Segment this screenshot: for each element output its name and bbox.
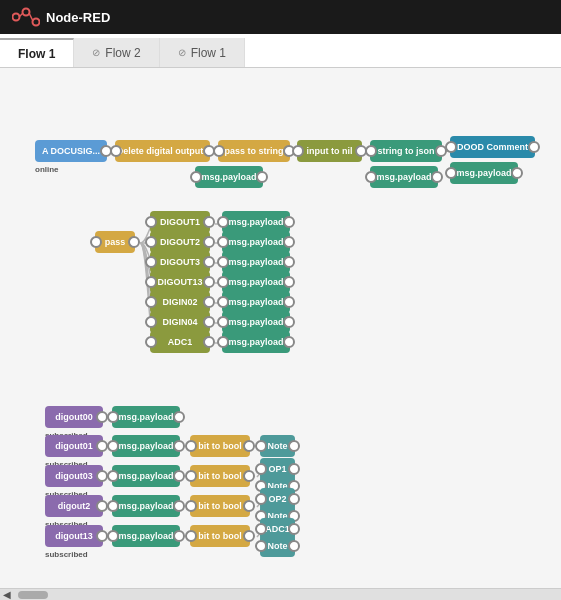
scroll-thumb[interactable] — [18, 591, 48, 599]
node-digout3[interactable]: DIGOUT3 — [150, 251, 210, 273]
svg-point-1 — [23, 9, 30, 16]
node-mp-s2[interactable]: msg.payload — [112, 435, 180, 457]
node-note-1[interactable]: Note — [260, 435, 295, 457]
node-digout03[interactable]: digout03 subscribed — [45, 465, 103, 487]
node-digout13b[interactable]: digout13 subscribed — [45, 525, 103, 547]
horizontal-scrollbar[interactable]: ◀ — [0, 588, 561, 600]
tabbar: Flow 1 ⊘ Flow 2 ⊘ Flow 1 — [0, 34, 561, 68]
node-mp-s1[interactable]: msg.payload — [112, 406, 180, 428]
logo-icon — [12, 7, 40, 27]
tab2-icon: ⊘ — [92, 47, 100, 58]
node-mp-d6[interactable]: msg.payload — [222, 311, 290, 333]
node-bit-to-bool-4[interactable]: bit to bool — [190, 525, 250, 547]
node-msg-payload-2[interactable]: msg.payload — [370, 166, 438, 188]
node-digout13[interactable]: DIGOUT13 — [150, 271, 210, 293]
node-digout00[interactable]: digout00 subscribed — [45, 406, 103, 428]
tab-flow1b[interactable]: ⊘ Flow 1 — [160, 38, 245, 67]
node-note-4[interactable]: Note — [260, 535, 295, 557]
node-delete-digital[interactable]: Delete digital outputs — [115, 140, 210, 162]
node-pass-to-string[interactable]: pass to string — [218, 140, 290, 162]
node-mp-d5[interactable]: msg.payload — [222, 291, 290, 313]
node-digout01[interactable]: digout01 subscribed — [45, 435, 103, 457]
tab2-label: Flow 2 — [105, 46, 140, 60]
node-msg-payload-1[interactable]: msg.payload — [195, 166, 263, 188]
tab-flow2[interactable]: ⊘ Flow 2 — [74, 38, 159, 67]
node-digout2[interactable]: DIGOUT2 — [150, 231, 210, 253]
node-input-to-nil[interactable]: input to nil — [297, 140, 362, 162]
node-msg-payload-3[interactable]: msg.payload — [450, 162, 518, 184]
node-bit-to-bool-1[interactable]: bit to bool — [190, 435, 250, 457]
node-bit-to-bool-2[interactable]: bit to bool — [190, 465, 250, 487]
flow-canvas[interactable]: A DOCUSIG... online Delete digital outpu… — [0, 68, 561, 600]
tab3-icon: ⊘ — [178, 47, 186, 58]
node-mp-s5[interactable]: msg.payload — [112, 525, 180, 547]
node-digout1[interactable]: DIGOUT1 — [150, 211, 210, 233]
app-title: Node-RED — [46, 10, 110, 25]
node-digin04[interactable]: DIGIN04 — [150, 311, 210, 333]
svg-point-2 — [33, 19, 40, 26]
scroll-left[interactable]: ◀ — [0, 589, 14, 600]
node-mp-s4[interactable]: msg.payload — [112, 495, 180, 517]
node-string-to-json[interactable]: string to json — [370, 140, 442, 162]
svg-line-4 — [29, 13, 33, 21]
node-mp-d1[interactable]: msg.payload — [222, 211, 290, 233]
titlebar: Node-RED — [0, 0, 561, 34]
tab-flow1[interactable]: Flow 1 — [0, 38, 74, 67]
node-mp-s3[interactable]: msg.payload — [112, 465, 180, 487]
node-digin02[interactable]: DIGIN02 — [150, 291, 210, 313]
node-pass[interactable]: pass — [95, 231, 135, 253]
node-mp-d3[interactable]: msg.payload — [222, 251, 290, 273]
svg-point-0 — [13, 14, 20, 21]
tab3-label: Flow 1 — [191, 46, 226, 60]
node-bit-to-bool-3[interactable]: bit to bool — [190, 495, 250, 517]
node-digout2b[interactable]: digout2 subscribed — [45, 495, 103, 517]
node-mp-d7[interactable]: msg.payload — [222, 331, 290, 353]
node-mp-d2[interactable]: msg.payload — [222, 231, 290, 253]
node-mp-d4[interactable]: msg.payload — [222, 271, 290, 293]
node-docusig[interactable]: A DOCUSIG... online — [35, 140, 107, 162]
node-adc1[interactable]: ADC1 — [150, 331, 210, 353]
node-dood-comment[interactable]: DOOD Comment activated — [450, 136, 535, 158]
tab1-label: Flow 1 — [18, 47, 55, 61]
app-logo: Node-RED — [12, 7, 110, 27]
